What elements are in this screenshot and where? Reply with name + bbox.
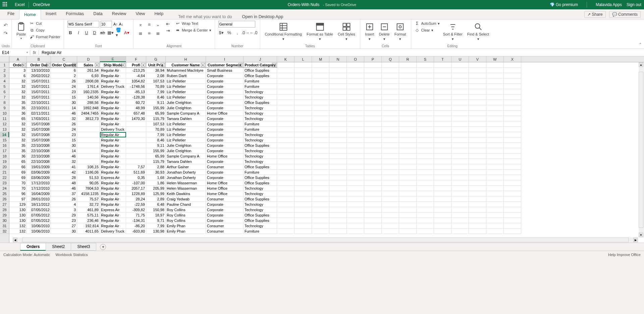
cell-G27[interactable]: 6,48 (146, 202, 166, 207)
cell-T15[interactable] (434, 137, 451, 143)
cell-T8[interactable] (434, 100, 451, 105)
cell-B6[interactable]: 15/07/2011 (27, 89, 51, 95)
cell-R12[interactable] (399, 121, 417, 127)
cell-K3[interactable] (277, 73, 294, 78)
cell-L27[interactable] (294, 202, 312, 207)
row-header-24[interactable]: 24 (0, 186, 9, 191)
cell-H21[interactable]: Jonathan Doherty (166, 170, 206, 175)
cell-R14[interactable] (399, 132, 417, 137)
col-header-O[interactable]: O (347, 56, 364, 62)
cell-C14[interactable]: 23 (51, 132, 77, 137)
cell-I26[interactable]: Consumer (206, 196, 244, 202)
cell-E18[interactable]: Regular Air (100, 153, 126, 159)
cell-J23[interactable]: Office Supplies (244, 180, 277, 186)
cell-X21[interactable] (504, 170, 521, 175)
double-underline-button[interactable]: D (92, 29, 98, 36)
cell-V14[interactable] (469, 132, 486, 137)
cell-N24[interactable] (329, 186, 347, 191)
sign-out-button[interactable]: Sign out (627, 2, 641, 7)
cell-O32[interactable] (347, 229, 364, 234)
name-box[interactable]: E14▾ (0, 50, 30, 55)
cell-S21[interactable] (417, 170, 434, 175)
cell-B29[interactable]: 07/05/2012 (27, 212, 51, 218)
cell-O29[interactable] (347, 212, 364, 218)
cell-M17[interactable] (312, 148, 329, 153)
cell-I29[interactable]: Corporate (206, 212, 244, 218)
cell-O17[interactable] (347, 148, 364, 153)
fill-color-button[interactable]: 🪣▾ (116, 29, 122, 36)
cell-P24[interactable] (364, 186, 382, 191)
cell-Q12[interactable] (382, 121, 399, 127)
cell-M13[interactable] (312, 127, 329, 132)
cell-B2[interactable]: 13/10/2010 (27, 68, 51, 73)
cell-D28[interactable]: 461,89 (77, 207, 100, 212)
cell-C26[interactable]: 26 (51, 196, 77, 202)
row-header-5[interactable]: 5 (0, 84, 9, 89)
cell-O14[interactable] (347, 132, 364, 137)
cell-O27[interactable] (347, 202, 364, 207)
cell-G22[interactable]: 1,68 (146, 175, 166, 180)
cell-C31[interactable]: 27 (51, 223, 77, 229)
cell-W27[interactable] (486, 202, 504, 207)
cell-O13[interactable] (347, 127, 364, 132)
cell-E25[interactable]: Regular Air (100, 191, 126, 196)
cell-E30[interactable]: Regular Air (100, 218, 126, 223)
cell-D26[interactable]: 75,57 (77, 196, 100, 202)
cell-B19[interactable]: 22/10/2008 (27, 159, 51, 164)
cell-M15[interactable] (312, 137, 329, 143)
cell-U14[interactable] (451, 132, 469, 137)
cell-C3[interactable]: 2 (51, 73, 77, 78)
cell-E3[interactable]: Regular Air (100, 73, 126, 78)
cell-D15[interactable] (77, 137, 100, 143)
cell-S7[interactable] (417, 95, 434, 100)
cell-A8[interactable]: 35 (9, 100, 27, 105)
cell-O3[interactable] (347, 73, 364, 78)
cell-E32[interactable]: Delivery Truck (100, 229, 126, 234)
cell-E17[interactable]: Regular Air (100, 148, 126, 153)
cell-M12[interactable] (312, 121, 329, 127)
cell-U4[interactable] (451, 78, 469, 84)
col-header-N[interactable]: N (329, 56, 347, 62)
cell-U24[interactable] (451, 186, 469, 191)
cell-I20[interactable]: Consumer (206, 164, 244, 170)
cell-E20[interactable]: Regular Air (100, 164, 126, 170)
cell-R6[interactable] (399, 89, 417, 95)
cell-Q11[interactable] (382, 116, 399, 121)
row-header-1[interactable]: 1 (0, 62, 9, 68)
cell-B11[interactable]: 17/03/2011 (27, 116, 51, 121)
cell-J3[interactable]: Office Supplies (244, 73, 277, 78)
cell-Q15[interactable] (382, 137, 399, 143)
cell-J7[interactable]: Technology (244, 95, 277, 100)
cell-L19[interactable] (294, 159, 312, 164)
cell-T3[interactable] (434, 73, 451, 78)
cell-P17[interactable] (364, 148, 382, 153)
cell-S10[interactable] (417, 111, 434, 116)
cell-K10[interactable] (277, 111, 294, 116)
row-header-31[interactable]: 31 (0, 223, 9, 229)
cell-O31[interactable] (347, 223, 364, 229)
cell-N21[interactable] (329, 170, 347, 175)
cell-I22[interactable]: Corporate (206, 175, 244, 180)
cell-W24[interactable] (486, 186, 504, 191)
cell-K22[interactable] (277, 175, 294, 180)
cell-I9[interactable]: Corporate (206, 105, 244, 111)
cell-G29[interactable]: 18,97 (146, 212, 166, 218)
cell-D23[interactable]: 90,05 (77, 180, 100, 186)
cell-J4[interactable]: Furniture (244, 78, 277, 84)
cell-T2[interactable] (434, 68, 451, 73)
cell-O22[interactable] (347, 175, 364, 180)
cell-U31[interactable] (451, 223, 469, 229)
cell-I8[interactable]: Corporate (206, 100, 244, 105)
cell-A29[interactable]: 130 (9, 212, 27, 218)
col-header-A[interactable]: A (9, 56, 27, 62)
cell-D3[interactable]: 6,93 (77, 73, 100, 78)
cell-N2[interactable] (329, 68, 347, 73)
cell-Q5[interactable] (382, 84, 399, 89)
cell-K6[interactable] (277, 89, 294, 95)
col-header-L[interactable]: L (294, 56, 312, 62)
cell-H13[interactable]: Liz Pelletier (166, 127, 206, 132)
cell-Q28[interactable] (382, 207, 399, 212)
cell-E14[interactable]: Regular Air (100, 132, 126, 137)
cell-M25[interactable] (312, 191, 329, 196)
cell-L22[interactable] (294, 175, 312, 180)
